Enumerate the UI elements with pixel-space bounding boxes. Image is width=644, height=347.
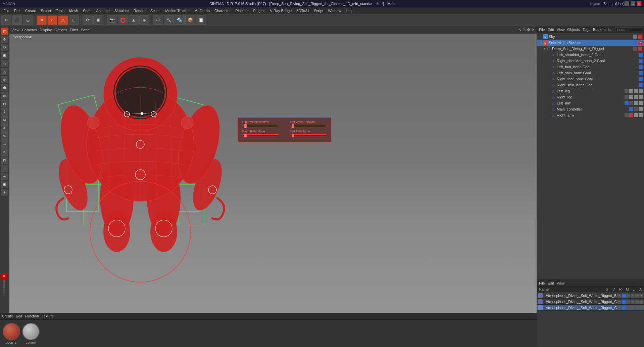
tree-item-mesh[interactable]: ▼ ⬡ Deep_Sea_Diving_Suit_Rigged [537,46,644,52]
left-filler-slider[interactable] [290,134,327,136]
attr-a[interactable]: · [639,306,643,310]
scale-tool-left[interactable]: ⊞ [1,52,8,59]
move-tool[interactable]: ✕ [37,15,47,25]
tree-item-bone-1[interactable]: ⟡ Left_shoulder_bone_2.Goal [537,52,644,58]
tree-item-null-2[interactable]: △ Right_leg [537,94,644,100]
menu-help[interactable]: Help [344,8,356,13]
vp-menu-options[interactable]: Options [54,28,67,32]
attr-l[interactable]: · [635,306,639,310]
attr-s[interactable]: · [617,300,622,304]
menu-animate[interactable]: Animate [94,8,112,13]
knife-tool[interactable]: ⚟ [1,148,8,156]
loop-select[interactable]: ⊡ [1,100,8,107]
col-icon[interactable] [638,47,642,51]
tree-item-sky[interactable]: S Sky [537,34,644,40]
menu-pipeline[interactable]: Pipeline [233,8,250,13]
object-btn[interactable]: ▲ [129,15,139,25]
menu-vray[interactable]: V-Ray Bridge [268,8,294,13]
vis-icon[interactable] [633,41,637,45]
attr-m[interactable]: · [631,300,635,304]
swatch-1[interactable]: Deep_Si [3,323,20,344]
attr-s[interactable]: · [617,306,622,310]
render-btn[interactable]: ⟳ [83,15,93,25]
attr-s[interactable]: · [617,294,622,298]
vis-icon[interactable] [633,47,637,51]
attr-row-2[interactable]: Atmospheric_Diving_Suit_White_Rigged_Geo… [537,299,644,305]
vis-icon[interactable] [633,35,637,39]
swatch-gray[interactable] [22,323,40,340]
attr-r[interactable]: · [626,300,630,304]
sm-view[interactable]: View [557,28,565,32]
clipboard-btn[interactable]: 📋 [196,15,206,25]
attr-a[interactable]: · [639,300,643,304]
menu-window[interactable]: Window [326,8,343,13]
paint-tool[interactable]: ✎ [1,132,8,140]
attr-m[interactable]: · [631,294,635,298]
vp-icon-close[interactable]: ✕ [532,28,535,32]
search-input[interactable] [615,27,642,32]
tree-item-bone-2[interactable]: ⟡ Right_shoulder_bone_2.Goal [537,58,644,64]
wrench-btn[interactable]: 🔧 [164,15,174,25]
select-tool[interactable]: ▢ [1,28,8,35]
attr-r[interactable]: · [626,306,630,310]
tweak-tool[interactable]: ∿ [1,173,8,180]
right-filler-slider[interactable] [242,134,279,136]
menu-motiontracker[interactable]: Motion Tracker [163,8,192,13]
vp-menu-panel[interactable]: Panel [81,28,90,32]
tree-item-bone-5[interactable]: ⟡ Right_foot_bone.Goal [537,76,644,82]
tree-item-bone-4[interactable]: ⟡ Left_shin_bone.Goal [537,70,644,76]
add-button[interactable]: ⊕ [23,15,33,25]
mat-create[interactable]: Create [2,314,13,318]
maximize-button[interactable]: □ [631,1,635,6]
viewport[interactable]: Right Wrist Rotation Left Wrist Rotation… [9,26,537,347]
right-wrist-slider[interactable] [242,125,279,127]
attr-v[interactable]: · [622,294,626,298]
rotate-tool-left[interactable]: ↻ [1,44,8,51]
menu-simulate[interactable]: Simulate [112,8,131,13]
transform-tool[interactable]: □ [69,15,79,25]
light-btn[interactable]: ⭕ [118,15,128,25]
menu-character[interactable]: Character [212,8,233,13]
vp-icon-maximize[interactable]: ⊞ [523,28,526,32]
settings-btn[interactable]: ⚙ [153,15,163,25]
coord-tool[interactable]: ⊞ [1,181,8,188]
menu-file[interactable]: File [1,8,11,13]
sm-tags[interactable]: Tags [583,28,590,32]
magnet-tool[interactable]: ⊗ [1,116,8,124]
tree-item-subdivision[interactable]: ▼ S Subdivision Surface ✕ [537,40,644,46]
tree-item-null-1[interactable]: △ Left_leg [537,88,644,94]
vp-menu-filter[interactable]: Filter [70,28,78,32]
menu-edit[interactable]: Edit [12,8,22,13]
smooth-tool[interactable]: ≈ [1,165,8,172]
attr-row-3[interactable]: Atmospheric_Diving_Suit_White_Rigged_Con… [537,305,644,311]
scale-tool[interactable]: △ [58,15,68,25]
render-active[interactable]: ▣ [93,15,103,25]
sm-edit[interactable]: Edit [548,28,554,32]
attr-file[interactable]: File [539,281,545,285]
live-select[interactable]: ⬟ [1,84,8,91]
menu-plugins[interactable]: Plugins [251,8,267,13]
attr-l[interactable]: · [635,294,639,298]
rect-select[interactable]: ▭ [1,92,8,99]
menu-render[interactable]: Render [132,8,148,13]
mat-edit[interactable]: Edit [16,314,22,318]
vp-menu-view[interactable]: View [11,28,19,32]
mat-function[interactable]: Function [25,314,39,318]
attr-l[interactable]: · [635,300,639,304]
attr-row-1[interactable]: Atmospheric_Diving_Suit_White_Rigged_Bon… [537,293,644,299]
extrude-tool[interactable]: ⊓ [1,157,8,164]
attr-view[interactable]: View [557,281,565,285]
menu-script[interactable]: Script [312,8,325,13]
tree-item-null-3[interactable]: △ Left_arm [537,100,644,106]
attr-m[interactable]: · [631,306,635,310]
tree-item-null-5[interactable]: △ Right_arm [537,112,644,118]
menu-tools[interactable]: Tools [54,8,66,13]
attr-v[interactable]: · [622,300,626,304]
menu-select[interactable]: Select [39,8,53,13]
lock-icon[interactable] [638,35,642,39]
lock-icon[interactable]: ✕ [638,41,642,45]
tree-item-bone-6[interactable]: ⟡ Right_shin_bone.Goal [537,82,644,88]
sculpt-tool-left[interactable]: ⊸ [1,140,8,148]
vp-menu-display[interactable]: Display [40,28,52,32]
sm-objects[interactable]: Objects [567,28,580,32]
